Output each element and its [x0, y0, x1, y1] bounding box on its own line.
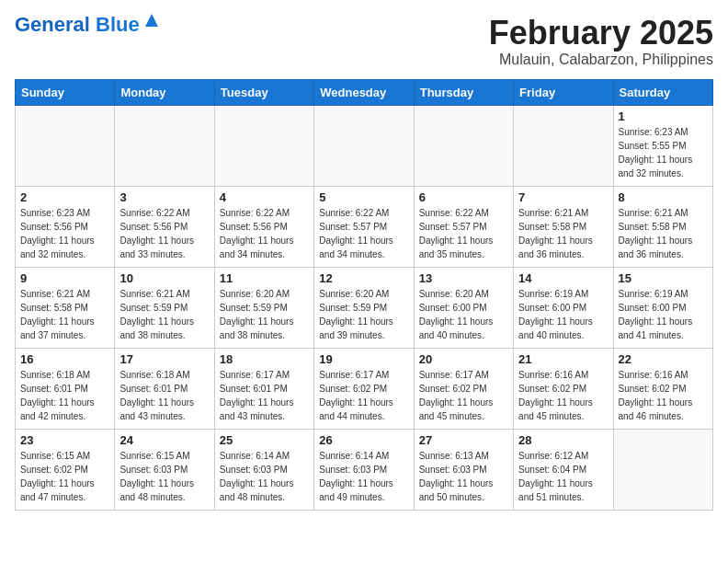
- day-info: Sunrise: 6:19 AMSunset: 6:00 PMDaylight:…: [619, 287, 708, 342]
- day-number: 4: [220, 190, 309, 204]
- calendar-week-5: 23Sunrise: 6:15 AMSunset: 6:02 PMDayligh…: [16, 429, 713, 510]
- calendar-cell: [414, 105, 513, 186]
- weekday-header-saturday: Saturday: [613, 79, 712, 105]
- calendar-cell: 11Sunrise: 6:20 AMSunset: 5:59 PMDayligh…: [214, 267, 313, 348]
- calendar-cell: 2Sunrise: 6:23 AMSunset: 5:56 PMDaylight…: [16, 186, 115, 267]
- day-number: 9: [20, 271, 109, 285]
- weekday-header-sunday: Sunday: [16, 79, 115, 105]
- logo-icon: [143, 12, 160, 29]
- calendar-cell: [514, 105, 613, 186]
- day-info: Sunrise: 6:18 AMSunset: 6:01 PMDaylight:…: [119, 368, 209, 423]
- day-number: 14: [518, 271, 608, 285]
- day-number: 7: [518, 190, 608, 204]
- day-number: 2: [20, 190, 109, 204]
- calendar-header-row: SundayMondayTuesdayWednesdayThursdayFrid…: [16, 79, 713, 105]
- weekday-header-thursday: Thursday: [414, 79, 513, 105]
- day-info: Sunrise: 6:21 AMSunset: 5:59 PMDaylight:…: [119, 287, 209, 342]
- day-number: 1: [619, 109, 708, 123]
- calendar-cell: 23Sunrise: 6:15 AMSunset: 6:02 PMDayligh…: [16, 429, 115, 510]
- day-number: 26: [319, 433, 408, 447]
- calendar-week-2: 2Sunrise: 6:23 AMSunset: 5:56 PMDaylight…: [16, 186, 713, 267]
- calendar-cell: 5Sunrise: 6:22 AMSunset: 5:57 PMDaylight…: [314, 186, 414, 267]
- calendar-cell: 1Sunrise: 6:23 AMSunset: 5:55 PMDaylight…: [613, 105, 712, 186]
- weekday-header-monday: Monday: [115, 79, 214, 105]
- day-number: 17: [119, 352, 209, 366]
- day-info: Sunrise: 6:13 AMSunset: 6:03 PMDaylight:…: [419, 449, 508, 504]
- day-number: 23: [20, 433, 109, 447]
- location-title: Mulauin, Calabarzon, Philippines: [489, 52, 713, 68]
- day-info: Sunrise: 6:15 AMSunset: 6:03 PMDaylight:…: [119, 449, 209, 504]
- calendar-cell: 24Sunrise: 6:15 AMSunset: 6:03 PMDayligh…: [115, 429, 214, 510]
- calendar-cell: 18Sunrise: 6:17 AMSunset: 6:01 PMDayligh…: [214, 348, 313, 429]
- svg-marker-0: [145, 14, 158, 27]
- calendar-week-3: 9Sunrise: 6:21 AMSunset: 5:58 PMDaylight…: [16, 267, 713, 348]
- day-number: 20: [419, 352, 508, 366]
- calendar-week-1: 1Sunrise: 6:23 AMSunset: 5:55 PMDaylight…: [16, 105, 713, 186]
- logo-general: General: [15, 13, 90, 36]
- day-number: 15: [619, 271, 708, 285]
- calendar-cell: 6Sunrise: 6:22 AMSunset: 5:57 PMDaylight…: [414, 186, 513, 267]
- calendar-table: SundayMondayTuesdayWednesdayThursdayFrid…: [15, 79, 713, 511]
- day-number: 10: [119, 271, 209, 285]
- calendar-cell: 9Sunrise: 6:21 AMSunset: 5:58 PMDaylight…: [16, 267, 115, 348]
- calendar-cell: 14Sunrise: 6:19 AMSunset: 6:00 PMDayligh…: [514, 267, 613, 348]
- day-info: Sunrise: 6:21 AMSunset: 5:58 PMDaylight:…: [20, 287, 109, 342]
- calendar-cell: 17Sunrise: 6:18 AMSunset: 6:01 PMDayligh…: [115, 348, 214, 429]
- day-info: Sunrise: 6:23 AMSunset: 5:56 PMDaylight:…: [20, 206, 109, 261]
- day-number: 13: [419, 271, 508, 285]
- month-title: February 2025: [489, 15, 713, 52]
- weekday-header-wednesday: Wednesday: [314, 79, 414, 105]
- calendar-cell: [16, 105, 115, 186]
- calendar-cell: 25Sunrise: 6:14 AMSunset: 6:03 PMDayligh…: [214, 429, 313, 510]
- day-number: 22: [619, 352, 708, 366]
- day-info: Sunrise: 6:17 AMSunset: 6:02 PMDaylight:…: [319, 368, 408, 423]
- day-info: Sunrise: 6:22 AMSunset: 5:56 PMDaylight:…: [220, 206, 309, 261]
- calendar-cell: 13Sunrise: 6:20 AMSunset: 6:00 PMDayligh…: [414, 267, 513, 348]
- logo-text: General Blue: [15, 15, 140, 35]
- day-number: 19: [319, 352, 408, 366]
- calendar-cell: 28Sunrise: 6:12 AMSunset: 6:04 PMDayligh…: [514, 429, 613, 510]
- logo-blue-text: Blue: [96, 13, 140, 36]
- day-info: Sunrise: 6:23 AMSunset: 5:55 PMDaylight:…: [619, 125, 708, 180]
- day-info: Sunrise: 6:12 AMSunset: 6:04 PMDaylight:…: [518, 449, 608, 504]
- calendar-cell: 3Sunrise: 6:22 AMSunset: 5:56 PMDaylight…: [115, 186, 214, 267]
- day-info: Sunrise: 6:18 AMSunset: 6:01 PMDaylight:…: [20, 368, 109, 423]
- day-number: 5: [319, 190, 408, 204]
- calendar-cell: [613, 429, 712, 510]
- day-number: 16: [20, 352, 109, 366]
- day-info: Sunrise: 6:22 AMSunset: 5:57 PMDaylight:…: [319, 206, 408, 261]
- day-number: 24: [119, 433, 209, 447]
- weekday-header-tuesday: Tuesday: [214, 79, 313, 105]
- day-number: 27: [419, 433, 508, 447]
- logo: General Blue: [15, 15, 160, 35]
- calendar-cell: [214, 105, 313, 186]
- day-info: Sunrise: 6:22 AMSunset: 5:57 PMDaylight:…: [419, 206, 508, 261]
- calendar-cell: 7Sunrise: 6:21 AMSunset: 5:58 PMDaylight…: [514, 186, 613, 267]
- calendar-week-4: 16Sunrise: 6:18 AMSunset: 6:01 PMDayligh…: [16, 348, 713, 429]
- day-info: Sunrise: 6:17 AMSunset: 6:02 PMDaylight:…: [419, 368, 508, 423]
- day-number: 3: [119, 190, 209, 204]
- day-info: Sunrise: 6:20 AMSunset: 6:00 PMDaylight:…: [419, 287, 508, 342]
- day-info: Sunrise: 6:21 AMSunset: 5:58 PMDaylight:…: [619, 206, 708, 261]
- day-number: 8: [619, 190, 708, 204]
- calendar-cell: [314, 105, 414, 186]
- calendar-cell: 4Sunrise: 6:22 AMSunset: 5:56 PMDaylight…: [214, 186, 313, 267]
- calendar-cell: [115, 105, 214, 186]
- calendar-cell: 16Sunrise: 6:18 AMSunset: 6:01 PMDayligh…: [16, 348, 115, 429]
- day-number: 25: [220, 433, 309, 447]
- calendar-cell: 15Sunrise: 6:19 AMSunset: 6:00 PMDayligh…: [613, 267, 712, 348]
- day-info: Sunrise: 6:16 AMSunset: 6:02 PMDaylight:…: [619, 368, 708, 423]
- day-info: Sunrise: 6:16 AMSunset: 6:02 PMDaylight:…: [518, 368, 608, 423]
- day-info: Sunrise: 6:17 AMSunset: 6:01 PMDaylight:…: [220, 368, 309, 423]
- calendar-cell: 8Sunrise: 6:21 AMSunset: 5:58 PMDaylight…: [613, 186, 712, 267]
- calendar-cell: 12Sunrise: 6:20 AMSunset: 5:59 PMDayligh…: [314, 267, 414, 348]
- day-number: 21: [518, 352, 608, 366]
- day-number: 6: [419, 190, 508, 204]
- day-info: Sunrise: 6:20 AMSunset: 5:59 PMDaylight:…: [319, 287, 408, 342]
- day-info: Sunrise: 6:21 AMSunset: 5:58 PMDaylight:…: [518, 206, 608, 261]
- calendar-cell: 27Sunrise: 6:13 AMSunset: 6:03 PMDayligh…: [414, 429, 513, 510]
- day-number: 11: [220, 271, 309, 285]
- day-info: Sunrise: 6:20 AMSunset: 5:59 PMDaylight:…: [220, 287, 309, 342]
- day-info: Sunrise: 6:22 AMSunset: 5:56 PMDaylight:…: [119, 206, 209, 261]
- page-header: General Blue February 2025 Mulauin, Cala…: [15, 15, 713, 68]
